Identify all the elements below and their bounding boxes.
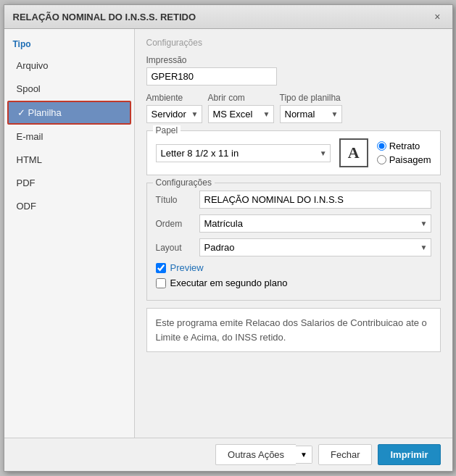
sidebar-item-label: PDF [17, 178, 36, 188]
impressao-field: Impressão [146, 55, 441, 85]
title-bar: RELAÇÃO NOMINAL DO I.N.S.S. RETIDO × [4, 5, 452, 29]
preview-label: Preview [170, 262, 204, 273]
papel-arrow-icon: ▼ [320, 149, 327, 157]
retrato-radio[interactable] [377, 141, 386, 151]
abrir-com-label: Abrir com [208, 93, 274, 103]
sidebar-item-label: Spool [17, 83, 41, 94]
segundo-plano-row: Executar em segundo plano [156, 277, 431, 288]
sidebar-item-planilha[interactable]: ✓ Planilha [7, 101, 131, 125]
paisagem-radio[interactable] [377, 155, 386, 164]
ambiente-label: Ambiente [146, 93, 202, 103]
dialog-footer: Outras Ações ▼ Fechar Imprimir [4, 438, 452, 471]
outras-acoes-button[interactable]: Outras Ações [215, 444, 296, 465]
papel-select[interactable]: Letter 8 1/2 x 11 in A4 [157, 145, 287, 162]
ordem-select[interactable]: Matrícula Nome [200, 215, 431, 232]
section-label: Configurações [146, 38, 441, 48]
preview-checkbox[interactable] [156, 263, 166, 273]
titulo-label: Título [156, 195, 199, 205]
env-row: Ambiente Servidor Local ▼ Abrir com MS E… [146, 93, 441, 123]
paisagem-row: Paisagem [377, 154, 431, 165]
impressao-input[interactable] [146, 67, 277, 85]
preview-row: Preview [156, 262, 431, 273]
tipo-planilha-select-wrap: Normal Avançado ▼ [280, 105, 342, 123]
sidebar-item-label: E-mail [17, 131, 43, 142]
sidebar-item-arquivo[interactable]: Arquivo [7, 54, 131, 77]
ordem-select-wrap: Matrícula Nome ▼ [199, 214, 431, 233]
papel-group: Papel Letter 8 1/2 x 11 in A4 ▼ A Retrat [146, 130, 441, 175]
segundo-plano-checkbox[interactable] [156, 278, 166, 288]
ordem-row: Ordem Matrícula Nome ▼ [156, 214, 431, 233]
retrato-label: Retrato [389, 141, 420, 151]
impressao-label: Impressão [146, 55, 441, 65]
ambiente-select-wrap: Servidor Local ▼ [146, 105, 202, 123]
tipo-planilha-group: Tipo de planilha Normal Avançado ▼ [280, 93, 342, 123]
orientation-group: Retrato Paisagem [377, 141, 431, 165]
ambiente-select[interactable]: Servidor Local [147, 106, 202, 122]
papel-select-wrap: Letter 8 1/2 x 11 in A4 ▼ [156, 144, 331, 162]
tipo-planilha-select[interactable]: Normal Avançado [281, 106, 341, 122]
sidebar-item-html[interactable]: HTML [7, 149, 131, 171]
sidebar-item-spool[interactable]: Spool [7, 78, 131, 100]
outras-acoes-arrow-icon[interactable]: ▼ [296, 446, 312, 464]
abrir-com-select-wrap: MS Excel LibreOffice ▼ [208, 105, 274, 123]
paper-row: Letter 8 1/2 x 11 in A4 ▼ A Retrato [156, 138, 431, 167]
sidebar-item-label: Arquivo [17, 60, 49, 71]
config-section-title: Configurações [153, 178, 215, 188]
fechar-button[interactable]: Fechar [318, 444, 372, 465]
tipo-planilha-label: Tipo de planilha [280, 93, 342, 103]
font-preview-icon: A [339, 138, 368, 167]
paisagem-label: Paisagem [389, 154, 431, 165]
sidebar-item-label: HTML [17, 154, 42, 165]
retrato-row: Retrato [377, 141, 420, 151]
check-icon: ✓ [17, 107, 25, 118]
layout-select-wrap: Padrao Detalhado ▼ [199, 238, 431, 256]
sidebar-section-label: Tipo [4, 35, 134, 54]
sidebar-item-odf[interactable]: ODF [7, 195, 131, 217]
papel-title: Papel [153, 125, 181, 135]
sidebar-item-label: ODF [17, 201, 36, 212]
segundo-plano-label: Executar em segundo plano [170, 277, 288, 288]
imprimir-button[interactable]: Imprimir [378, 444, 440, 465]
layout-label: Layout [156, 243, 199, 253]
titulo-input[interactable] [199, 191, 431, 209]
abrir-com-group: Abrir com MS Excel LibreOffice ▼ [208, 93, 274, 123]
main-panel: Configurações Impressão Ambiente Servido… [135, 29, 452, 438]
titulo-row: Título [156, 191, 431, 209]
layout-row: Layout Padrao Detalhado ▼ [156, 238, 431, 256]
sidebar: Tipo Arquivo Spool ✓ Planilha E-mail HTM… [4, 29, 135, 438]
outras-acoes-group: Outras Ações ▼ [215, 444, 312, 465]
sidebar-item-label: Planilha [28, 107, 62, 118]
dialog-body: Tipo Arquivo Spool ✓ Planilha E-mail HTM… [4, 29, 452, 438]
sidebar-item-pdf[interactable]: PDF [7, 172, 131, 194]
close-button[interactable]: × [431, 11, 443, 22]
info-box: Este programa emite Relacao dos Salarios… [146, 308, 441, 352]
ordem-label: Ordem [156, 219, 199, 229]
abrir-com-select[interactable]: MS Excel LibreOffice [209, 106, 273, 122]
sidebar-item-email[interactable]: E-mail [7, 125, 131, 148]
layout-select[interactable]: Padrao Detalhado [200, 239, 431, 256]
config-section: Configurações Título Ordem Matrícula Nom… [146, 183, 441, 301]
dialog: RELAÇÃO NOMINAL DO I.N.S.S. RETIDO × Tip… [4, 4, 453, 472]
ambiente-group: Ambiente Servidor Local ▼ [146, 93, 202, 123]
info-text: Este programa emite Relacao dos Salarios… [156, 317, 427, 343]
dialog-title: RELAÇÃO NOMINAL DO I.N.S.S. RETIDO [13, 12, 196, 22]
